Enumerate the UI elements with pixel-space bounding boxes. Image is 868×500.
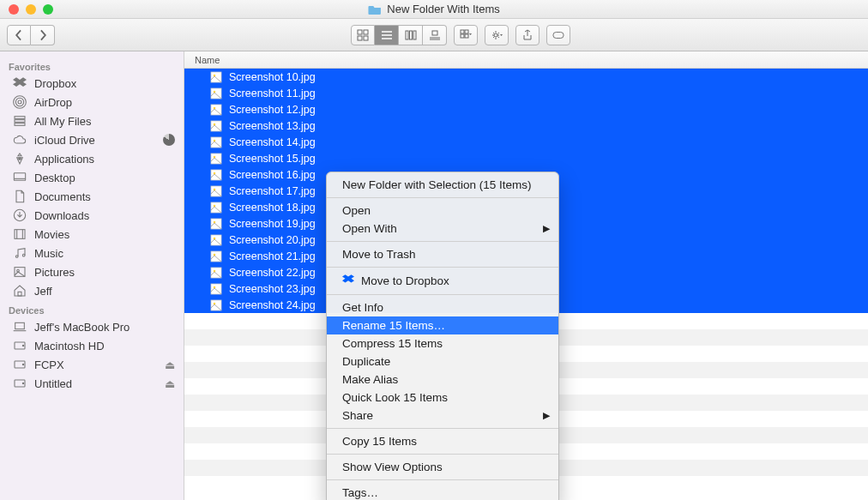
file-row[interactable]: Screenshot 11.jpg [184, 85, 868, 101]
menu-separator [327, 241, 558, 242]
image-file-icon [210, 136, 222, 148]
file-row[interactable]: Screenshot 10.jpg [184, 69, 868, 85]
view-column-button[interactable] [399, 25, 423, 45]
file-row[interactable]: Screenshot 12.jpg [184, 101, 868, 117]
share-icon [521, 29, 533, 41]
menu-item-make-alias[interactable]: Make Alias [327, 370, 558, 389]
sidebar-item-fcpx[interactable]: FCPX⏏ [0, 355, 184, 374]
desktop-icon [12, 171, 27, 184]
sidebar-item-label: Jeff's MacBook Pro [34, 321, 130, 334]
view-list-button[interactable] [375, 25, 399, 45]
columns-icon [405, 29, 417, 41]
sidebar-item-airdrop[interactable]: AirDrop [0, 93, 184, 111]
svg-point-25 [19, 158, 21, 160]
menu-separator [327, 479, 558, 480]
eject-icon[interactable]: ⏏ [165, 377, 175, 390]
sidebar-item-downloads[interactable]: Downloads [0, 206, 184, 225]
menu-item-new-folder-with-selection-15-items[interactable]: New Folder with Selection (15 Items) [327, 176, 558, 194]
image-file-icon [210, 299, 222, 311]
sidebar-item-untitled[interactable]: Untitled⏏ [0, 374, 184, 393]
pictures-icon [12, 265, 27, 279]
forward-button[interactable] [31, 25, 55, 45]
zoom-icon[interactable] [43, 4, 53, 15]
tags-button[interactable] [546, 25, 570, 45]
sidebar-item-label: Jeff [34, 285, 52, 298]
svg-point-20 [15, 98, 23, 105]
hdd-icon [12, 339, 27, 352]
menu-item-move-to-dropbox[interactable]: Move to Dropbox [327, 271, 558, 291]
sidebar-item-jeff[interactable]: Jeff [0, 281, 184, 300]
menu-item-tags[interactable]: Tags… [327, 484, 558, 500]
file-row[interactable]: Screenshot 13.jpg [184, 117, 868, 134]
sidebar-item-documents[interactable]: Documents [0, 187, 184, 206]
action-button[interactable] [485, 25, 509, 45]
menu-item-label: Open With [342, 222, 397, 235]
svg-rect-36 [18, 292, 21, 296]
menu-item-copy-15-items[interactable]: Copy 15 Items [327, 432, 558, 450]
sidebar-item-pictures[interactable]: Pictures [0, 262, 184, 281]
view-coverflow-button[interactable] [423, 25, 447, 45]
menu-separator [327, 197, 558, 198]
file-name: Screenshot 11.jpg [229, 87, 316, 99]
sidebar-item-desktop[interactable]: Desktop [0, 168, 184, 187]
menu-item-rename-15-items[interactable]: Rename 15 Items… [327, 316, 558, 334]
view-mode-group [351, 25, 447, 45]
arrange-button[interactable] [454, 25, 478, 45]
dropbox-icon [342, 274, 354, 288]
svg-rect-7 [406, 31, 408, 39]
sidebar-item-label: All My Files [34, 115, 91, 128]
svg-point-19 [18, 100, 21, 104]
tag-icon [552, 29, 564, 41]
menu-item-get-info[interactable]: Get Info [327, 298, 558, 316]
image-file-icon [210, 185, 222, 197]
file-row[interactable]: Screenshot 15.jpg [184, 150, 868, 166]
sidebar-item-all-my-files[interactable]: All My Files [0, 111, 184, 130]
sidebar-item-applications[interactable]: Applications [0, 149, 184, 168]
menu-item-label: Show View Options [342, 461, 443, 473]
titlebar: New Folder With Items [0, 0, 868, 19]
window-title: New Folder With Items [368, 3, 499, 15]
share-button[interactable] [515, 25, 539, 45]
image-file-icon [210, 202, 222, 214]
back-button[interactable] [7, 25, 31, 45]
menu-item-move-to-trash[interactable]: Move to Trash [327, 245, 558, 263]
sidebar-item-label: Music [34, 247, 63, 260]
menu-separator [327, 428, 558, 429]
sidebar-item-movies[interactable]: Movies [0, 225, 184, 244]
menu-item-open-with[interactable]: Open With▶ [327, 220, 558, 238]
window-controls [0, 4, 53, 15]
menu-item-open[interactable]: Open [327, 202, 558, 220]
sidebar-item-macintosh-hd[interactable]: Macintosh HD [0, 336, 184, 355]
menu-item-show-view-options[interactable]: Show View Options [327, 458, 558, 476]
view-icon-button[interactable] [351, 25, 375, 45]
sidebar-item-dropbox[interactable]: Dropbox [0, 74, 184, 93]
file-name: Screenshot 23.jpg [229, 283, 316, 295]
sidebar-heading: Devices [0, 300, 184, 317]
file-row[interactable]: Screenshot 14.jpg [184, 134, 868, 150]
hdd-icon [12, 358, 27, 371]
sidebar-item-icloud-drive[interactable]: iCloud Drive [0, 130, 184, 149]
minimize-icon[interactable] [26, 4, 36, 15]
sidebar-item-music[interactable]: Music [0, 244, 184, 262]
menu-item-label: Compress 15 Items [342, 337, 443, 350]
image-file-icon [210, 71, 222, 83]
menu-item-duplicate[interactable]: Duplicate [327, 352, 558, 370]
image-file-icon [210, 234, 222, 246]
file-name: Screenshot 12.jpg [229, 104, 316, 116]
eject-icon[interactable]: ⏏ [165, 358, 175, 371]
list-icon [381, 29, 393, 41]
column-header[interactable]: Name [184, 51, 868, 69]
menu-item-share[interactable]: Share▶ [327, 407, 558, 425]
menu-item-label: Rename 15 Items… [342, 319, 445, 332]
svg-point-62 [214, 204, 216, 207]
svg-point-50 [214, 106, 216, 109]
svg-rect-24 [15, 123, 25, 126]
sidebar-item-jeff-s-macbook-pro[interactable]: Jeff's MacBook Pro [0, 317, 184, 336]
close-icon[interactable] [9, 4, 19, 15]
apps-icon [12, 152, 27, 166]
dropbox-icon [12, 76, 27, 90]
sidebar-item-label: Documents [34, 190, 91, 203]
file-name: Screenshot 15.jpg [229, 153, 316, 165]
menu-item-quick-look-15-items[interactable]: Quick Look 15 Items [327, 389, 558, 407]
menu-item-compress-15-items[interactable]: Compress 15 Items [327, 334, 558, 352]
